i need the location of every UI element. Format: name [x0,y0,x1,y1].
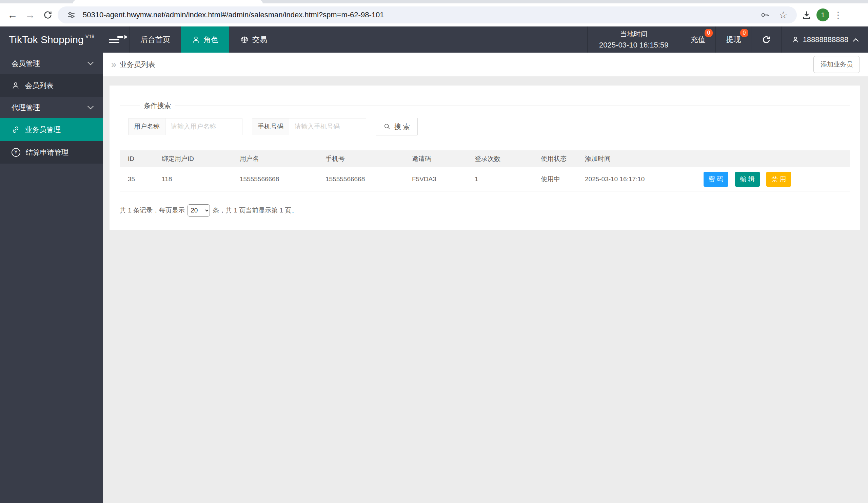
url-text[interactable]: 50310-agent.hwymw.net/admin/index.html#/… [83,11,753,19]
downloads-button[interactable] [799,7,814,23]
username-input[interactable] [165,119,242,135]
browser-chrome: ← → 50310-agent.hwymw.net/admin/index.ht… [0,0,868,27]
tab-backend-home[interactable]: 后台首页 [130,27,181,53]
phone-input[interactable] [289,119,366,135]
menu-toggle-icon [109,35,123,44]
site-info-icon[interactable] [64,8,78,22]
tab-trade[interactable]: 交易 [229,27,278,53]
person-icon [11,81,20,90]
pagination: 共 1 条记录，每页显示 20 条，共 1 页当前显示第 1 页。 [120,204,850,217]
phone-label: 手机号码 [252,119,289,135]
page-title: 业务员列表 [120,60,155,69]
browser-menu-icon[interactable]: ⋮ [831,10,845,20]
refresh-button[interactable] [751,27,781,53]
item-label: 会员列表 [25,81,54,90]
local-time-value: 2025-03-10 16:15:59 [599,41,668,50]
cell-invite-code: F5VDA3 [404,167,466,191]
username-input-group: 用户名称 [128,118,242,135]
status-badge: 使用中 [533,167,577,191]
navbar-tabs: 后台首页 角色 交易 [130,27,278,53]
add-salesman-button[interactable]: 添加业务员 [814,56,860,73]
sidebar-item-settlement-management[interactable]: ¥ 结算申请管理 [0,141,103,164]
cell-added-time: 2025-03-10 16:17:10 [577,167,695,191]
col-phone: 手机号 [317,150,404,167]
person-icon [792,36,799,43]
col-bind-user-id: 绑定用户ID [154,150,231,167]
list-card: 条件搜索 用户名称 手机号码 [110,85,860,230]
browser-toolbar: ← → 50310-agent.hwymw.net/admin/index.ht… [0,3,868,27]
recharge-button[interactable]: 充值 0 [680,27,715,53]
cell-bind-user-id: 118 [154,167,231,191]
group-label: 会员管理 [11,59,40,68]
browser-tab-strip [0,0,868,3]
brand-version: V18 [85,33,95,39]
group-label: 代理管理 [11,103,40,112]
tab-label: 后台首页 [141,34,170,45]
disable-button[interactable]: 禁 用 [766,172,791,187]
back-button[interactable]: ← [5,7,20,23]
chevron-down-icon [87,59,94,65]
menu-toggle-button[interactable] [103,27,130,53]
password-button[interactable]: 密 码 [704,172,728,187]
col-added-time: 添加时间 [577,150,695,167]
search-button[interactable]: 搜 索 [376,118,418,135]
page-size-select[interactable]: 20 [187,204,210,217]
cell-login-count: 1 [466,167,533,191]
reload-button[interactable] [40,7,55,23]
chevron-down-icon [87,103,94,109]
username-label: 用户名称 [128,119,165,135]
breadcrumb-bar: » 业务员列表 添加业务员 [103,53,868,77]
local-time: 当地时间 2025-03-10 16:15:59 [587,27,680,53]
bookmark-star-icon[interactable]: ☆ [776,8,790,22]
table-header-row: ID 绑定用户ID 用户名 手机号 邀请码 登录次数 使用状态 添加时间 [120,150,850,167]
forward-button[interactable]: → [22,7,38,23]
breadcrumb-caret-icon: » [111,59,116,70]
local-time-label: 当地时间 [599,30,668,39]
sidebar-item-member-list[interactable]: 会员列表 [0,74,103,97]
col-status: 使用状态 [533,150,577,167]
scale-icon [240,35,249,44]
link-icon [11,125,20,134]
app-layout: 会员管理 会员列表 代理管理 业务员管理 ¥ 结算申请管理 [0,53,868,503]
recharge-label: 充值 [690,34,705,45]
tab-role[interactable]: 角色 [181,27,229,53]
browser-profile-avatar[interactable]: 1 [816,9,829,21]
salesman-table: ID 绑定用户ID 用户名 手机号 邀请码 登录次数 使用状态 添加时间 [120,150,850,191]
tab-label: 角色 [204,34,218,45]
main-area: » 业务员列表 添加业务员 条件搜索 用户名称 手机号码 [103,53,868,503]
search-legend: 条件搜索 [140,101,175,110]
yen-circle-icon: ¥ [11,148,20,157]
sidebar-group-agent-management[interactable]: 代理管理 [0,97,103,118]
withdraw-badge: 0 [740,29,749,37]
cell-phone: 15555566668 [317,167,404,191]
browser-active-tab[interactable] [73,0,263,3]
col-username: 用户名 [231,150,317,167]
sidebar-group-member-management[interactable]: 会员管理 [0,53,103,74]
cell-actions: 密 码 编 辑 禁 用 [695,167,850,191]
item-label: 结算申请管理 [26,148,69,157]
tab-label: 交易 [252,34,267,45]
search-form: 用户名称 手机号码 搜 索 [128,118,841,135]
cell-id: 35 [120,167,154,191]
download-icon [802,10,812,20]
cell-username: 15555566668 [231,167,317,191]
pagination-prefix: 共 1 条记录，每页显示 [120,206,185,215]
recharge-badge: 0 [705,29,713,37]
password-key-icon[interactable] [758,8,772,22]
person-icon [192,36,200,44]
app-navbar: TikTok Shopping V18 后台首页 角色 交易 [0,27,868,53]
search-icon [383,123,391,130]
phone-input-group: 手机号码 [252,118,366,135]
account-menu[interactable]: 18888888888 [781,27,868,53]
brand-logo: TikTok Shopping V18 [0,27,103,53]
navbar-right: 当地时间 2025-03-10 16:15:59 充值 0 提现 0 18888… [587,27,868,53]
pagination-suffix: 条，共 1 页当前显示第 1 页。 [213,206,298,215]
col-login-count: 登录次数 [466,150,533,167]
edit-button[interactable]: 编 辑 [735,172,760,187]
sidebar-item-salesman-management[interactable]: 业务员管理 [0,118,103,141]
search-fieldset: 条件搜索 用户名称 手机号码 [120,101,850,145]
withdraw-button[interactable]: 提现 0 [715,27,751,53]
col-actions [695,150,850,167]
brand-name: TikTok Shopping [9,34,84,46]
address-bar[interactable]: 50310-agent.hwymw.net/admin/index.html#/… [58,7,797,23]
